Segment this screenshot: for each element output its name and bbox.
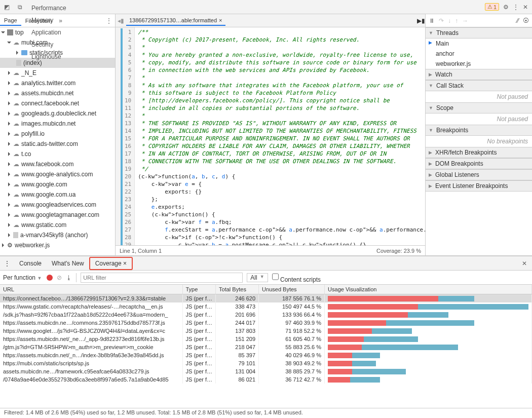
coverage-row[interactable]: https://assets.mubicdn.net/_ne…/_app-9d8… <box>0 335 532 343</box>
devtools-tab-memory[interactable]: Memory <box>26 14 71 26</box>
tree-node[interactable]: ⚙webworker.js <box>0 240 115 250</box>
close-icon[interactable]: ✕ <box>523 4 528 11</box>
tree-node[interactable]: ☁images.mubicdn.net <box>0 119 115 129</box>
cloud-icon: ☁ <box>13 221 19 229</box>
cloud-icon: ☁ <box>13 39 19 46</box>
file-icon <box>16 60 21 66</box>
navigator-menu-icon[interactable]: ⋮ <box>103 17 115 24</box>
coverage-row[interactable]: /0748a9ae46e0de3552793bd6ca3eeb8f997a6ed… <box>0 375 532 384</box>
coverage-row[interactable]: /gtm.js?id=GTM-5R5HPW>m_auth=>m_preview=… <box>0 343 532 351</box>
frame-icon <box>7 29 13 35</box>
type-filter-select[interactable]: All▼ <box>247 273 268 282</box>
per-function-select[interactable]: Per function ▼ <box>3 274 43 281</box>
cloud-icon: ☁ <box>13 90 19 97</box>
settings-icon[interactable]: ⚙ <box>503 4 509 11</box>
coverage-row[interactable]: https://mubi.com/static/scripts/sp.jsJS … <box>0 359 532 367</box>
device-toggle-icon[interactable]: ⧉ <box>13 4 26 11</box>
deactivate-bp-icon[interactable]: ⁄⁄ <box>517 17 519 24</box>
column-header[interactable]: Usage Visualization <box>325 285 532 294</box>
drawer-close-icon[interactable]: ✕ <box>517 260 532 267</box>
coverage-row[interactable]: assets.mubicdn.ne…/framework.c95eafcae64… <box>0 367 532 375</box>
xhr-section[interactable]: ▶XHR/fetch Breakpoints <box>426 147 532 158</box>
tree-node[interactable]: ☁www.googleadservices.com <box>0 200 115 210</box>
cloud-icon: ☁ <box>13 171 19 178</box>
coverage-row[interactable]: /sdk.js?hash=92f67cbaa1f722aab18d5222cd4… <box>0 311 532 319</box>
tree-node[interactable]: ☁polyfill.io <box>0 129 115 139</box>
more-icon[interactable]: ⋮ <box>513 4 519 11</box>
thread-webworker[interactable]: webworker.js <box>426 59 532 69</box>
pause-icon[interactable]: ⏸ <box>429 17 435 24</box>
pause-exceptions-icon[interactable]: ⦿ <box>523 17 529 24</box>
cloud-icon: ☁ <box>13 191 19 198</box>
tree-node[interactable]: ☁googleads.g.doubleclick.net <box>0 108 115 119</box>
tree-node[interactable]: ☁t.co <box>0 149 115 159</box>
drawer-menu-icon[interactable]: ⋮ <box>0 260 14 267</box>
editor-statusbar: Line 1, Column 1 Coverage: 23.9 % <box>116 245 425 255</box>
watch-section[interactable]: ▶Watch <box>426 69 532 80</box>
code-editor[interactable]: 1234567891011121314151617181920212223242… <box>116 27 425 245</box>
scope-section[interactable]: ▼Scope <box>426 102 532 113</box>
callstack-section[interactable]: ▼Call Stack <box>426 80 532 91</box>
devtools-tab-performance[interactable]: Performance <box>26 2 71 14</box>
tree-node[interactable]: ☁analytics.twitter.com <box>0 78 115 88</box>
tree-node[interactable]: ☁www.google.com.ua <box>0 189 115 200</box>
export-icon[interactable]: ⭳ <box>66 274 72 281</box>
column-header[interactable]: Total Bytes <box>216 285 259 294</box>
drawer-console-tab[interactable]: Console <box>14 258 47 269</box>
step-icon[interactable]: → <box>462 17 468 24</box>
run-snippet-icon[interactable]: ▶▮ <box>417 17 425 24</box>
column-header[interactable]: Type <box>182 285 216 294</box>
drawer-whatsnew-tab[interactable]: What's New <box>47 258 89 269</box>
dom-bp-section[interactable]: ▶DOM Breakpoints <box>426 158 532 169</box>
cloud-icon: ☁ <box>13 211 19 218</box>
cloud-icon: ☁ <box>13 181 19 188</box>
cloud-icon: ☁ <box>13 140 19 147</box>
global-listeners-section[interactable]: ▶Global Listeners <box>426 169 532 180</box>
step-over-icon[interactable]: ↷ <box>439 17 444 24</box>
threads-section[interactable]: ▼Threads <box>426 27 532 39</box>
page-tab[interactable]: Page <box>0 16 21 26</box>
tree-node[interactable]: ☁www.facebook.com <box>0 159 115 169</box>
cloud-icon: ☁ <box>13 80 19 87</box>
breakpoints-section[interactable]: ▼Breakpoints <box>426 125 532 136</box>
step-out-icon[interactable]: ↑ <box>455 17 458 24</box>
column-header[interactable]: Unused Bytes <box>259 285 325 294</box>
thread-anchor[interactable]: anchor <box>426 49 532 59</box>
tree-node[interactable]: a-vmarv345kyf8 (anchor) <box>0 230 115 240</box>
tree-node[interactable]: ☁connect.facebook.net <box>0 98 115 108</box>
devtools-tab-application[interactable]: Application <box>26 26 71 39</box>
warnings-badge[interactable]: ⚠ 1 <box>485 3 499 11</box>
column-header[interactable]: URL <box>0 285 182 294</box>
url-filter-input[interactable] <box>81 273 243 283</box>
coverage-row[interactable]: https://assets.mubicdn.ne…/commons.23597… <box>0 319 532 327</box>
thread-main[interactable]: Main <box>426 39 532 49</box>
nav-back-icon[interactable]: ◂▮ <box>118 17 124 24</box>
cloud-icon: ☁ <box>13 130 19 137</box>
tree-node[interactable]: ☁static.ads-twitter.com <box>0 139 115 149</box>
record-button[interactable] <box>47 275 53 281</box>
coverage-row[interactable]: https://www.googlet…/js?id=G-BSJCZ0WQ4H&… <box>0 327 532 335</box>
coverage-table[interactable]: URLTypeTotal BytesUnused BytesUsage Visu… <box>0 285 532 384</box>
content-scripts-checkbox[interactable]: Content scripts <box>272 272 321 283</box>
coverage-row[interactable]: https://www.gstatic.com/recaptcha/releas… <box>0 302 532 311</box>
tree-node[interactable]: ☁_N_E <box>0 68 115 78</box>
file-icon <box>13 232 18 238</box>
tree-node[interactable]: ☁www.googletagmanager.com <box>0 210 115 220</box>
inspect-icon[interactable]: ◩ <box>0 4 13 11</box>
devtools-tab-security[interactable]: Security <box>26 39 71 51</box>
devtools-tab-lighthouse[interactable]: Lighthouse <box>26 51 71 63</box>
tree-node[interactable]: ☁www.google-analytics.com <box>0 169 115 179</box>
clear-icon[interactable]: ⊘ <box>57 274 62 281</box>
tree-node[interactable]: ☁assets.mubicdn.net <box>0 88 115 98</box>
close-tab-icon[interactable]: × <box>219 17 222 23</box>
event-bp-section[interactable]: ▶Event Listener Breakpoints <box>426 180 532 192</box>
debugger-pane: ⏸ ↷ ↓ ↑ → ⁄⁄ ⦿ ▼Threads Main anchor webw… <box>426 14 532 255</box>
tree-node[interactable]: ☁www.google.com <box>0 179 115 189</box>
step-into-icon[interactable]: ↓ <box>448 17 451 24</box>
drawer-coverage-tab[interactable]: Coverage × <box>89 257 133 270</box>
tree-node[interactable]: ☁www.gstatic.com <box>0 220 115 230</box>
cloud-icon: ☁ <box>13 110 19 117</box>
coverage-row[interactable]: https://assets.mubicdn.net/_n…/index-3b8… <box>0 351 532 359</box>
coverage-row[interactable]: https://connect.faceboo…/138667299157130… <box>0 294 532 303</box>
open-file-tab[interactable]: 138667299157130…able:formatted × <box>126 16 225 26</box>
